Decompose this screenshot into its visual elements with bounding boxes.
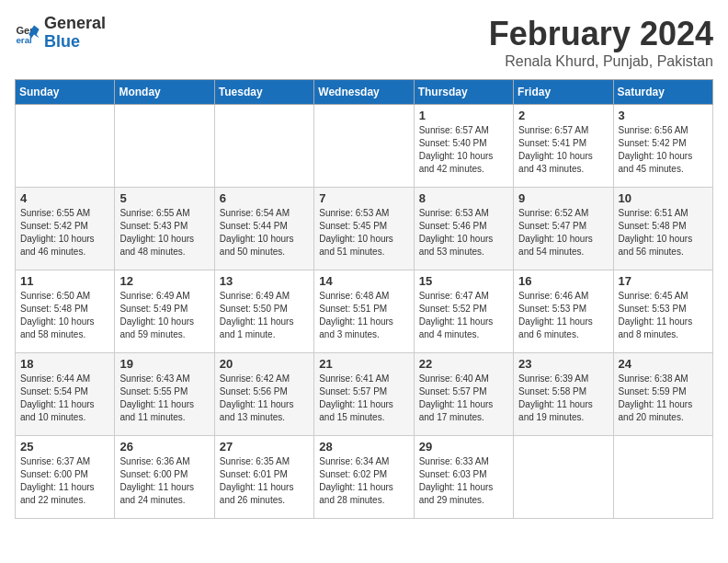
day-info: Sunrise: 6:46 AM Sunset: 5:53 PM Dayligh…	[518, 290, 608, 341]
day-info: Sunrise: 6:34 AM Sunset: 6:02 PM Dayligh…	[319, 455, 408, 507]
calendar-cell: 5Sunrise: 6:55 AM Sunset: 5:43 PM Daylig…	[115, 188, 214, 270]
day-info: Sunrise: 6:38 AM Sunset: 5:59 PM Dayligh…	[619, 373, 708, 424]
calendar-cell: 15Sunrise: 6:47 AM Sunset: 5:52 PM Dayli…	[414, 270, 513, 353]
calendar-cell: 16Sunrise: 6:46 AM Sunset: 5:53 PM Dayli…	[514, 270, 613, 353]
day-number: 14	[319, 274, 408, 288]
day-info: Sunrise: 6:53 AM Sunset: 5:46 PM Dayligh…	[419, 207, 508, 259]
day-number: 12	[119, 274, 209, 288]
day-info: Sunrise: 6:53 AM Sunset: 5:45 PM Dayligh…	[319, 207, 408, 259]
day-number: 18	[20, 357, 109, 371]
week-row: 25Sunrise: 6:37 AM Sunset: 6:00 PM Dayli…	[16, 436, 713, 519]
weekday-header: Tuesday	[214, 80, 313, 105]
location-title: Renala Khurd, Punjab, Pakistan	[489, 53, 713, 70]
calendar-cell: 1Sunrise: 6:57 AM Sunset: 5:40 PM Daylig…	[414, 105, 513, 188]
calendar-cell	[16, 105, 115, 188]
calendar-cell: 18Sunrise: 6:44 AM Sunset: 5:54 PM Dayli…	[16, 353, 115, 436]
header-row: SundayMondayTuesdayWednesdayThursdayFrid…	[16, 80, 713, 105]
day-number: 29	[419, 440, 508, 454]
week-row: 11Sunrise: 6:50 AM Sunset: 5:48 PM Dayli…	[16, 270, 713, 353]
day-info: Sunrise: 6:51 AM Sunset: 5:48 PM Dayligh…	[619, 207, 708, 259]
day-info: Sunrise: 6:45 AM Sunset: 5:53 PM Dayligh…	[619, 290, 708, 341]
month-title: February 2024	[489, 15, 713, 53]
day-info: Sunrise: 6:57 AM Sunset: 5:40 PM Dayligh…	[419, 124, 508, 176]
day-number: 10	[619, 191, 708, 205]
weekday-header: Saturday	[613, 80, 712, 105]
day-info: Sunrise: 6:44 AM Sunset: 5:54 PM Dayligh…	[20, 373, 109, 424]
calendar-cell: 13Sunrise: 6:49 AM Sunset: 5:50 PM Dayli…	[214, 270, 313, 353]
calendar-cell: 9Sunrise: 6:52 AM Sunset: 5:47 PM Daylig…	[514, 188, 613, 270]
calendar-cell	[214, 105, 313, 188]
logo-icon: Gen eral	[15, 20, 40, 46]
day-info: Sunrise: 6:43 AM Sunset: 5:55 PM Dayligh…	[119, 373, 209, 424]
day-number: 7	[319, 191, 408, 205]
day-number: 20	[220, 357, 309, 371]
calendar-cell	[115, 105, 214, 188]
day-number: 1	[419, 109, 508, 122]
calendar-cell: 25Sunrise: 6:37 AM Sunset: 6:00 PM Dayli…	[16, 436, 115, 519]
week-row: 1Sunrise: 6:57 AM Sunset: 5:40 PM Daylig…	[16, 105, 713, 188]
calendar-cell: 23Sunrise: 6:39 AM Sunset: 5:58 PM Dayli…	[514, 353, 613, 436]
weekday-header: Wednesday	[314, 80, 414, 105]
day-info: Sunrise: 6:48 AM Sunset: 5:51 PM Dayligh…	[319, 290, 408, 341]
day-info: Sunrise: 6:36 AM Sunset: 6:00 PM Dayligh…	[119, 455, 209, 507]
calendar-cell: 29Sunrise: 6:33 AM Sunset: 6:03 PM Dayli…	[414, 436, 513, 519]
day-number: 15	[419, 274, 508, 288]
day-info: Sunrise: 6:40 AM Sunset: 5:57 PM Dayligh…	[419, 373, 508, 424]
day-number: 19	[119, 357, 209, 371]
calendar-cell: 24Sunrise: 6:38 AM Sunset: 5:59 PM Dayli…	[613, 353, 712, 436]
day-info: Sunrise: 6:50 AM Sunset: 5:48 PM Dayligh…	[20, 290, 109, 341]
weekday-header: Friday	[514, 80, 613, 105]
day-info: Sunrise: 6:33 AM Sunset: 6:03 PM Dayligh…	[419, 455, 508, 507]
day-number: 24	[619, 357, 708, 371]
calendar-cell: 2Sunrise: 6:57 AM Sunset: 5:41 PM Daylig…	[514, 105, 613, 188]
calendar-cell: 22Sunrise: 6:40 AM Sunset: 5:57 PM Dayli…	[414, 353, 513, 436]
calendar-cell: 28Sunrise: 6:34 AM Sunset: 6:02 PM Dayli…	[314, 436, 414, 519]
day-number: 3	[619, 109, 708, 122]
calendar-cell	[514, 436, 613, 519]
day-info: Sunrise: 6:35 AM Sunset: 6:01 PM Dayligh…	[220, 455, 309, 507]
day-number: 28	[319, 440, 408, 454]
calendar-cell: 14Sunrise: 6:48 AM Sunset: 5:51 PM Dayli…	[314, 270, 414, 353]
calendar-cell: 10Sunrise: 6:51 AM Sunset: 5:48 PM Dayli…	[613, 188, 712, 270]
day-info: Sunrise: 6:37 AM Sunset: 6:00 PM Dayligh…	[20, 455, 109, 507]
day-info: Sunrise: 6:42 AM Sunset: 5:56 PM Dayligh…	[220, 373, 309, 424]
day-info: Sunrise: 6:56 AM Sunset: 5:42 PM Dayligh…	[619, 124, 708, 176]
calendar-cell: 11Sunrise: 6:50 AM Sunset: 5:48 PM Dayli…	[16, 270, 115, 353]
day-number: 22	[419, 357, 508, 371]
calendar-cell	[613, 436, 712, 519]
day-info: Sunrise: 6:52 AM Sunset: 5:47 PM Dayligh…	[518, 207, 608, 259]
title-block: February 2024 Renala Khurd, Punjab, Paki…	[489, 15, 713, 70]
day-number: 9	[518, 191, 608, 205]
day-number: 6	[220, 191, 309, 205]
header: Gen eral General Blue February 2024 Rena…	[15, 15, 713, 70]
day-number: 26	[119, 440, 209, 454]
week-row: 4Sunrise: 6:55 AM Sunset: 5:42 PM Daylig…	[16, 188, 713, 270]
day-info: Sunrise: 6:49 AM Sunset: 5:50 PM Dayligh…	[220, 290, 309, 341]
day-info: Sunrise: 6:41 AM Sunset: 5:57 PM Dayligh…	[319, 373, 408, 424]
day-number: 23	[518, 357, 608, 371]
day-number: 11	[20, 274, 109, 288]
calendar-cell: 12Sunrise: 6:49 AM Sunset: 5:49 PM Dayli…	[115, 270, 214, 353]
day-info: Sunrise: 6:39 AM Sunset: 5:58 PM Dayligh…	[518, 373, 608, 424]
day-info: Sunrise: 6:49 AM Sunset: 5:49 PM Dayligh…	[119, 290, 209, 341]
calendar-cell: 17Sunrise: 6:45 AM Sunset: 5:53 PM Dayli…	[613, 270, 712, 353]
day-info: Sunrise: 6:54 AM Sunset: 5:44 PM Dayligh…	[220, 207, 309, 259]
week-row: 18Sunrise: 6:44 AM Sunset: 5:54 PM Dayli…	[16, 353, 713, 436]
day-number: 27	[220, 440, 309, 454]
calendar-cell: 27Sunrise: 6:35 AM Sunset: 6:01 PM Dayli…	[214, 436, 313, 519]
calendar-cell: 8Sunrise: 6:53 AM Sunset: 5:46 PM Daylig…	[414, 188, 513, 270]
calendar-cell	[314, 105, 414, 188]
calendar-cell: 3Sunrise: 6:56 AM Sunset: 5:42 PM Daylig…	[613, 105, 712, 188]
calendar-table: SundayMondayTuesdayWednesdayThursdayFrid…	[15, 79, 713, 519]
day-number: 21	[319, 357, 408, 371]
day-number: 16	[518, 274, 608, 288]
day-number: 4	[20, 191, 109, 205]
day-info: Sunrise: 6:57 AM Sunset: 5:41 PM Dayligh…	[518, 124, 608, 176]
calendar-cell: 19Sunrise: 6:43 AM Sunset: 5:55 PM Dayli…	[115, 353, 214, 436]
day-number: 13	[220, 274, 309, 288]
calendar-body: 1Sunrise: 6:57 AM Sunset: 5:40 PM Daylig…	[16, 105, 713, 519]
day-info: Sunrise: 6:47 AM Sunset: 5:52 PM Dayligh…	[419, 290, 508, 341]
day-number: 5	[119, 191, 209, 205]
calendar-cell: 6Sunrise: 6:54 AM Sunset: 5:44 PM Daylig…	[214, 188, 313, 270]
day-number: 25	[20, 440, 109, 454]
